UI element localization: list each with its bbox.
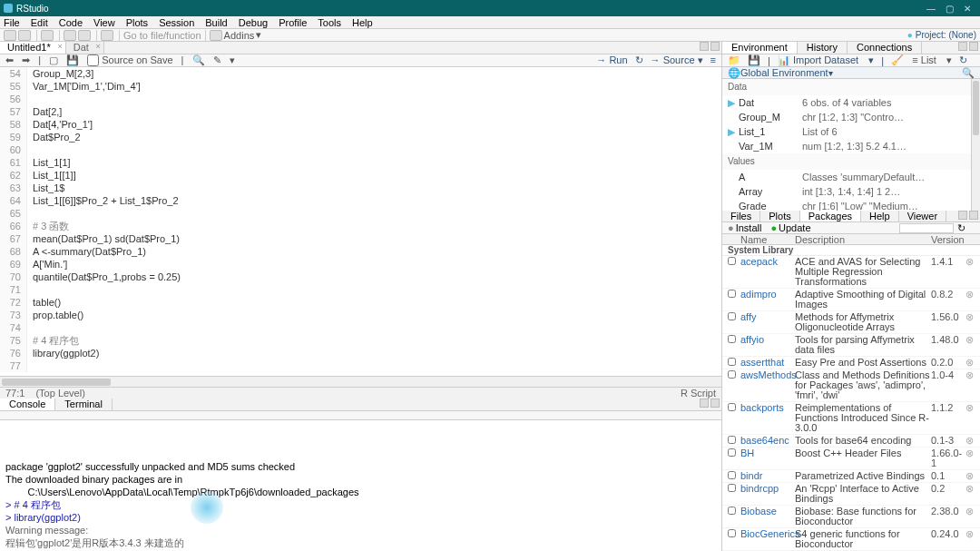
package-checkbox[interactable]: [728, 312, 736, 320]
goto-function[interactable]: Go to file/function: [123, 30, 201, 41]
maximize-pane-icon[interactable]: [710, 398, 720, 408]
code-line[interactable]: 70quantile(Dat$Pro_1,probs = 0.25): [0, 271, 721, 283]
package-row[interactable]: backportsReimplementations of Functions …: [722, 402, 980, 435]
remove-package-icon[interactable]: ⊗: [964, 370, 975, 380]
package-row[interactable]: assertthatEasy Pre and Post Assertions0.…: [722, 357, 980, 369]
package-checkbox[interactable]: [728, 335, 736, 343]
find-icon[interactable]: 🔍: [192, 54, 205, 65]
package-row[interactable]: base64encTools for base64 encoding0.1-3⊗: [722, 435, 980, 448]
environment-list[interactable]: Data▶Dat6 obs. of 4 variablesGroup_Mchr …: [722, 79, 980, 211]
minimize-pane-icon[interactable]: [700, 42, 709, 51]
remove-package-icon[interactable]: ⊗: [964, 312, 975, 322]
remove-package-icon[interactable]: ⊗: [964, 507, 975, 517]
code-line[interactable]: 71: [0, 283, 721, 296]
package-row[interactable]: affyMethods for Affymetrix Oligonucleoti…: [722, 311, 980, 334]
addins-icon[interactable]: [210, 30, 222, 41]
package-row[interactable]: BHBoost C++ Header Files1.66.0-1⊗: [722, 448, 980, 470]
env-variable[interactable]: ▶Dat6 obs. of 4 variables: [722, 95, 980, 110]
minimize-button[interactable]: —: [922, 4, 940, 14]
maximize-pane-icon[interactable]: [969, 42, 978, 51]
menu-profile[interactable]: Profile: [279, 17, 307, 28]
code-line[interactable]: 68A <-summary(Dat$Pro_1): [0, 245, 721, 258]
print-icon[interactable]: [101, 30, 113, 41]
code-line[interactable]: 59Dat$Pro_2: [0, 131, 721, 143]
package-checkbox[interactable]: [728, 370, 736, 379]
editor-tab[interactable]: Untitled1*×: [0, 42, 66, 54]
code-line[interactable]: 66# 3 函数: [0, 220, 721, 232]
remove-package-icon[interactable]: ⊗: [964, 335, 975, 345]
package-row[interactable]: awsMethodsClass and Methods Definitions …: [722, 369, 980, 402]
menu-session[interactable]: Session: [159, 17, 194, 28]
close-tab-icon[interactable]: ×: [96, 42, 101, 51]
package-checkbox[interactable]: [728, 471, 736, 479]
menu-plots[interactable]: Plots: [126, 17, 148, 28]
env-variable[interactable]: AClasses 'summaryDefault…: [722, 170, 980, 184]
maximize-pane-icon[interactable]: [710, 42, 720, 51]
package-checkbox[interactable]: [728, 358, 736, 366]
env-search-icon[interactable]: 🔍: [962, 67, 975, 79]
maximize-pane-icon[interactable]: [969, 211, 978, 220]
back-icon[interactable]: ⬅: [5, 54, 14, 65]
menu-view[interactable]: View: [93, 17, 115, 28]
code-line[interactable]: 60: [0, 143, 721, 156]
code-line[interactable]: 54Group_M[2,3]: [0, 67, 721, 80]
env-variable[interactable]: ▶List_1List of 6: [722, 124, 980, 139]
env-variable[interactable]: Var_1Mnum [1:2, 1:3] 5.2 4.1…: [722, 139, 980, 153]
show-in-new-window-icon[interactable]: ▢: [49, 54, 58, 65]
remove-package-icon[interactable]: ⊗: [964, 484, 975, 494]
env-variable[interactable]: Gradechr [1:6] "Low" "Medium…: [722, 199, 980, 211]
code-line[interactable]: 56: [0, 93, 721, 105]
package-row[interactable]: acepackACE and AVAS for Selecting Multip…: [722, 256, 980, 289]
code-line[interactable]: 77: [0, 359, 721, 372]
refresh-icon[interactable]: ↻: [959, 54, 967, 66]
menu-edit[interactable]: Edit: [31, 17, 48, 28]
close-tab-icon[interactable]: ×: [57, 42, 62, 51]
env-tab-environment[interactable]: Environment: [722, 42, 798, 54]
package-row[interactable]: BiobaseBiobase: Base functions for Bioco…: [722, 506, 980, 528]
code-line[interactable]: 73prop.table(): [0, 309, 721, 321]
package-row[interactable]: adimproAdaptive Smoothing of Digital Ima…: [722, 289, 980, 311]
editor-tab[interactable]: Dat×: [66, 42, 104, 54]
project-menu[interactable]: Project: (None): [907, 30, 976, 40]
remove-package-icon[interactable]: ⊗: [964, 358, 975, 368]
code-line[interactable]: 65: [0, 207, 721, 220]
code-line[interactable]: 57Dat[2,]: [0, 105, 721, 118]
code-line[interactable]: 63List_1$: [0, 182, 721, 194]
console-tab-terminal[interactable]: Terminal: [55, 398, 113, 410]
package-checkbox[interactable]: [728, 507, 736, 515]
editor-scrollbar-horizontal[interactable]: [0, 376, 721, 387]
package-row[interactable]: bindrcppAn 'Rcpp' Interface to Active Bi…: [722, 483, 980, 506]
code-line[interactable]: 67mean(Dat$Pro_1) sd(Dat$Pro_1): [0, 232, 721, 245]
console[interactable]: package 'ggplot2' successfully unpacked …: [0, 420, 721, 551]
package-checkbox[interactable]: [728, 290, 736, 298]
package-checkbox[interactable]: [728, 436, 736, 444]
pkg-search-input[interactable]: [899, 223, 954, 233]
package-checkbox[interactable]: [728, 403, 736, 411]
env-variable[interactable]: Arrayint [1:3, 1:4, 1:4] 1 2…: [722, 184, 980, 199]
remove-package-icon[interactable]: ⊗: [964, 448, 975, 458]
package-checkbox[interactable]: [728, 448, 736, 457]
env-view-mode[interactable]: ≡ List ▾: [912, 54, 952, 66]
import-dataset-button[interactable]: 📊 Import Dataset ▾: [778, 54, 874, 66]
code-editor[interactable]: 54Group_M[2,3]55Var_1M['Dim_1','Dim_4']5…: [0, 67, 721, 376]
code-line[interactable]: 69A['Min.']: [0, 258, 721, 271]
forward-icon[interactable]: ➡: [22, 54, 30, 65]
package-checkbox[interactable]: [728, 484, 736, 492]
console-tab-console[interactable]: Console: [0, 398, 55, 410]
menu-debug[interactable]: Debug: [239, 17, 268, 28]
file-type-label[interactable]: R Script: [681, 388, 716, 398]
package-row[interactable]: BiocGenericsS4 generic functions for Bio…: [722, 528, 980, 551]
code-line[interactable]: 72table(): [0, 296, 721, 309]
outline-icon[interactable]: ≡: [710, 54, 716, 66]
package-list[interactable]: acepackACE and AVAS for Selecting Multip…: [722, 256, 980, 551]
new-file-icon[interactable]: [4, 30, 16, 41]
code-line[interactable]: 76library(ggplot2): [0, 347, 721, 359]
package-row[interactable]: affyioTools for parsing Affymetrix data …: [722, 334, 980, 357]
scope-label[interactable]: (Top Level): [35, 388, 84, 398]
pkg-tab-help[interactable]: Help: [861, 211, 899, 221]
maximize-button[interactable]: ▢: [940, 4, 958, 14]
package-row[interactable]: bindrParametrized Active Bindings0.1⊗: [722, 470, 980, 483]
menu-build[interactable]: Build: [205, 17, 227, 28]
code-line[interactable]: 55Var_1M['Dim_1','Dim_4']: [0, 80, 721, 93]
new-project-icon[interactable]: [18, 30, 31, 41]
